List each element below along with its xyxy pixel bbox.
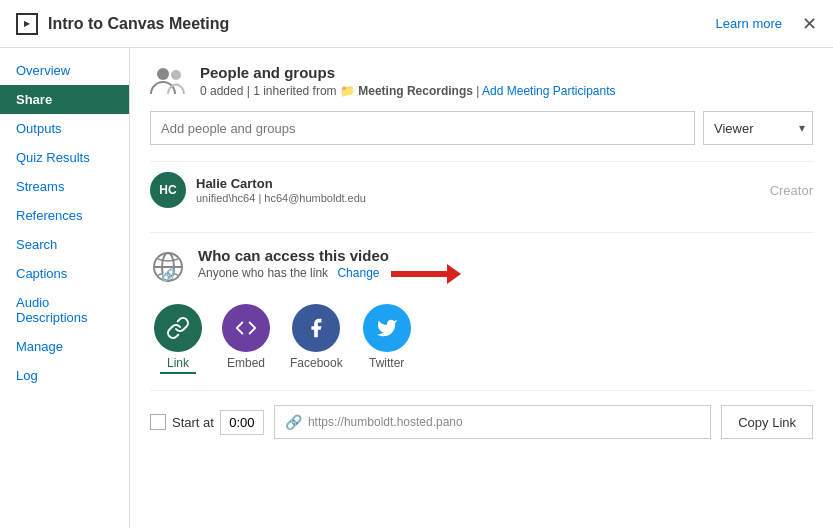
layout: Overview Share Outputs Quiz Results Stre…: [0, 48, 833, 528]
sidebar-item-references[interactable]: References: [0, 201, 129, 230]
page-title: Intro to Canvas Meeting: [48, 15, 716, 33]
facebook-label: Facebook: [290, 356, 343, 370]
header: Intro to Canvas Meeting Learn more ✕: [0, 0, 833, 48]
facebook-circle-icon: [292, 304, 340, 352]
folder-icon: 📁: [340, 84, 358, 98]
inherited-text: 1 inherited from: [253, 84, 336, 98]
link-url-wrap: 🔗 https://humboldt.hosted.pano: [274, 405, 711, 439]
globe-icon: 🔗: [150, 249, 186, 288]
svg-point-1: [171, 70, 181, 80]
svg-point-0: [157, 68, 169, 80]
start-at-wrap: Start at: [150, 410, 264, 435]
people-section-header: People and groups 0 added | 1 inherited …: [150, 64, 813, 99]
learn-more-link[interactable]: Learn more: [716, 16, 782, 31]
svg-text:🔗: 🔗: [161, 267, 176, 282]
access-section: 🔗 Who can access this video Anyone who h…: [150, 232, 813, 439]
add-people-row: Viewer Editor Creator: [150, 111, 813, 145]
viewer-select[interactable]: Viewer Editor Creator: [703, 111, 813, 145]
avatar: HC: [150, 172, 186, 208]
share-facebook-button[interactable]: Facebook: [290, 304, 343, 374]
sidebar-item-captions[interactable]: Captions: [0, 259, 129, 288]
add-participants-link[interactable]: Add Meeting Participants: [482, 84, 615, 98]
link-circle-icon: [154, 304, 202, 352]
sidebar-item-overview[interactable]: Overview: [0, 56, 129, 85]
sidebar-item-share[interactable]: Share: [0, 85, 129, 114]
chain-icon: 🔗: [285, 414, 302, 430]
sidebar-item-search[interactable]: Search: [0, 230, 129, 259]
change-link[interactable]: Change: [337, 266, 379, 280]
start-at-checkbox[interactable]: [150, 414, 166, 430]
viewer-select-wrapper: Viewer Editor Creator: [703, 111, 813, 145]
user-info: Halie Carton unified\hc64 | hc64@humbold…: [196, 176, 770, 204]
people-icon: [150, 66, 188, 99]
access-title: Who can access this video: [198, 247, 451, 264]
add-people-input[interactable]: [150, 111, 695, 145]
main-content: People and groups 0 added | 1 inherited …: [130, 48, 833, 528]
user-role: Creator: [770, 183, 813, 198]
user-details: unified\hc64 | hc64@humboldt.edu: [196, 192, 770, 204]
video-icon: [16, 13, 38, 35]
copy-link-button[interactable]: Copy Link: [721, 405, 813, 439]
twitter-label: Twitter: [369, 356, 404, 370]
link-label: Link: [167, 356, 189, 370]
embed-circle-icon: [222, 304, 270, 352]
sidebar-item-manage[interactable]: Manage: [0, 332, 129, 361]
link-active-indicator: [160, 372, 196, 374]
people-title: People and groups: [200, 64, 615, 81]
embed-label: Embed: [227, 356, 265, 370]
red-arrow-annotation: [391, 271, 451, 277]
start-at-label: Start at: [172, 415, 214, 430]
people-subtitle: 0 added | 1 inherited from 📁 Meeting Rec…: [200, 84, 615, 98]
twitter-circle-icon: [363, 304, 411, 352]
sidebar: Overview Share Outputs Quiz Results Stre…: [0, 48, 130, 528]
access-description-text: Anyone who has the link: [198, 266, 328, 280]
user-name: Halie Carton: [196, 176, 770, 191]
close-button[interactable]: ✕: [802, 13, 817, 35]
sidebar-item-quiz-results[interactable]: Quiz Results: [0, 143, 129, 172]
folder-name: Meeting Recordings: [358, 84, 473, 98]
time-input[interactable]: [220, 410, 264, 435]
sidebar-item-streams[interactable]: Streams: [0, 172, 129, 201]
share-twitter-button[interactable]: Twitter: [363, 304, 411, 374]
sidebar-item-log[interactable]: Log: [0, 361, 129, 390]
access-info: Who can access this video Anyone who has…: [198, 247, 451, 280]
share-link-button[interactable]: Link: [154, 304, 202, 374]
access-header: 🔗 Who can access this video Anyone who h…: [150, 247, 813, 288]
added-count: 0 added: [200, 84, 243, 98]
people-section-info: People and groups 0 added | 1 inherited …: [200, 64, 615, 98]
user-row: HC Halie Carton unified\hc64 | hc64@humb…: [150, 161, 813, 218]
copy-link-row: Start at 🔗 https://humboldt.hosted.pano …: [150, 390, 813, 439]
sidebar-item-audio-descriptions[interactable]: Audio Descriptions: [0, 288, 129, 332]
link-url-text: https://humboldt.hosted.pano: [308, 415, 463, 429]
share-embed-button[interactable]: Embed: [222, 304, 270, 374]
sidebar-item-outputs[interactable]: Outputs: [0, 114, 129, 143]
access-description: Anyone who has the link Change: [198, 266, 451, 280]
share-buttons: Link Embed: [150, 304, 813, 374]
